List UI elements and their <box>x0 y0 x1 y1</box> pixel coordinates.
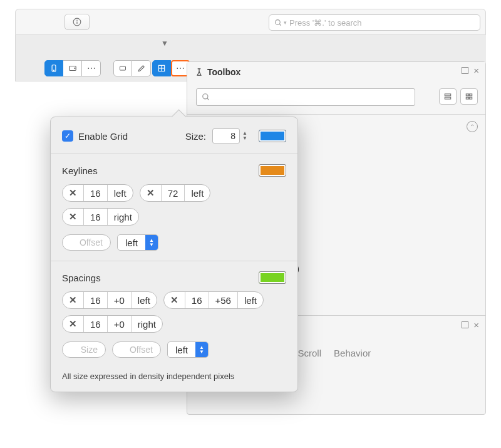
remove-spacing-icon[interactable]: ✕ <box>63 316 83 332</box>
select-stepper-icon: ▲▼ <box>145 235 158 250</box>
toolbox-search[interactable] <box>196 88 415 106</box>
popover-footnote: All size expressed in density independen… <box>62 372 286 381</box>
svg-point-6 <box>53 70 54 71</box>
svg-point-13 <box>203 94 208 99</box>
keyline-side-value: left <box>118 235 145 250</box>
svg-line-4 <box>279 24 281 26</box>
keyline-offset-input[interactable]: Offset <box>62 234 111 251</box>
keylines-color-swatch[interactable] <box>259 164 286 177</box>
toolbox-icon <box>195 68 204 76</box>
spacing-pill: ✕ 16 +0 left <box>62 291 157 309</box>
spacing-side-select[interactable]: left ▲▼ <box>167 341 209 358</box>
toolbox-header: Toolbox × <box>187 62 485 115</box>
global-search[interactable]: ▾ Press '⌘.' to search <box>269 14 480 31</box>
select-stepper-icon: ▲▼ <box>195 342 208 357</box>
grid-segments: ⋯ <box>152 60 190 76</box>
toolbox-maximize-icon[interactable] <box>462 67 468 74</box>
spacings-heading: Spacings <box>62 273 101 283</box>
svg-rect-17 <box>466 94 468 96</box>
spacing-size[interactable]: 16 <box>185 292 209 308</box>
device-phone-button[interactable] <box>44 60 63 76</box>
mode-bounds-button[interactable] <box>113 60 132 76</box>
device-segments: ⋯ <box>44 60 101 76</box>
spacing-offset[interactable]: +0 <box>107 316 131 332</box>
ribbon-dropdown-icon[interactable]: ▼ <box>159 39 170 50</box>
svg-rect-20 <box>470 97 472 99</box>
grid-color-swatch[interactable] <box>259 130 286 142</box>
spacing-size[interactable]: 16 <box>83 292 107 308</box>
toolbox-view-grid-button[interactable] <box>460 88 478 105</box>
device-more-button[interactable]: ⋯ <box>82 60 101 76</box>
spacing-pill: ✕ 16 +56 left <box>163 291 264 309</box>
svg-rect-16 <box>445 97 450 99</box>
spacing-size-input[interactable]: Size <box>62 341 106 358</box>
device-tablet-button[interactable] <box>63 60 82 76</box>
remove-keyline-icon[interactable]: ✕ <box>140 185 161 201</box>
svg-rect-19 <box>466 97 468 99</box>
enable-grid-checkbox[interactable]: ✓ <box>62 130 73 142</box>
search-icon <box>202 93 210 102</box>
keyline-value[interactable]: 72 <box>161 185 185 201</box>
toolbox-view-list-button[interactable] <box>439 88 457 105</box>
grid-size-input[interactable]: 8 <box>212 128 240 143</box>
tab-behavior[interactable]: Behavior <box>334 348 371 358</box>
search-scope-chevron-icon[interactable]: ▾ <box>284 19 287 26</box>
spacing-offset[interactable]: +56 <box>209 292 237 308</box>
section-collapse-icon[interactable]: ⌃ <box>467 121 478 132</box>
mode-segments <box>113 60 151 76</box>
svg-rect-9 <box>120 66 126 70</box>
keyline-value[interactable]: 16 <box>83 209 107 225</box>
mode-brush-button[interactable] <box>132 60 151 76</box>
divider <box>51 154 297 154</box>
toolbox-title-text: Toolbox <box>207 67 240 77</box>
keyline-pill: ✕ 72 left <box>140 184 211 202</box>
spacing-side[interactable]: left <box>237 292 263 308</box>
keyline-side-select[interactable]: left ▲▼ <box>117 234 158 251</box>
svg-point-2 <box>77 20 78 21</box>
keylines-heading: Keylines <box>62 165 98 176</box>
keyline-pill: ✕ 16 left <box>62 184 133 202</box>
keyline-pill: ✕ 16 right <box>62 208 139 226</box>
divider <box>51 261 297 261</box>
keyline-value[interactable]: 16 <box>83 185 107 201</box>
inner-close-icon[interactable]: × <box>473 321 479 328</box>
keyline-side[interactable]: right <box>107 209 138 225</box>
svg-line-14 <box>207 98 209 100</box>
spacings-list: ✕ 16 +0 left ✕ 16 +56 left ✕ 16 +0 right <box>62 291 286 333</box>
spacing-side-value: left <box>168 342 195 357</box>
remove-keyline-icon[interactable]: ✕ <box>63 209 83 225</box>
grid-size-label: Size: <box>185 131 206 142</box>
enable-grid-label: Enable Grid <box>78 131 128 142</box>
spacing-offset[interactable]: +0 <box>107 292 131 308</box>
spacing-pill: ✕ 16 +0 right <box>62 315 163 333</box>
svg-point-8 <box>74 68 75 68</box>
window-toolbar: ▾ Press '⌘.' to search <box>15 9 486 35</box>
keylines-list: ✕ 16 left ✕ 72 left ✕ 16 right <box>62 184 286 226</box>
spacings-color-swatch[interactable] <box>259 271 286 284</box>
keyline-side[interactable]: left <box>107 185 133 201</box>
remove-keyline-icon[interactable]: ✕ <box>63 185 83 201</box>
grid-toggle-button[interactable] <box>152 60 171 76</box>
inner-maximize-icon[interactable] <box>462 321 468 328</box>
svg-point-3 <box>276 19 281 24</box>
spacing-side[interactable]: left <box>131 292 157 308</box>
spacing-size[interactable]: 16 <box>83 316 107 332</box>
svg-rect-18 <box>470 94 472 96</box>
toolbox-title: Toolbox <box>195 67 240 77</box>
remove-spacing-icon[interactable]: ✕ <box>164 292 185 308</box>
svg-rect-15 <box>445 94 450 96</box>
toolbox-close-icon[interactable]: × <box>473 67 479 74</box>
search-placeholder: Press '⌘.' to search <box>289 18 475 28</box>
info-button[interactable] <box>65 14 90 30</box>
spacing-side[interactable]: right <box>131 316 162 332</box>
grid-size-stepper[interactable]: ▲▼ <box>242 131 251 141</box>
spacing-offset-input[interactable]: Offset <box>112 341 161 358</box>
tab-scroll[interactable]: Scroll <box>298 348 322 358</box>
remove-spacing-icon[interactable]: ✕ <box>63 292 83 308</box>
keyline-side[interactable]: left <box>184 185 210 201</box>
grid-options-popover: ✓ Enable Grid Size: 8 ▲▼ Keylines ✕ 16 l… <box>50 117 298 392</box>
